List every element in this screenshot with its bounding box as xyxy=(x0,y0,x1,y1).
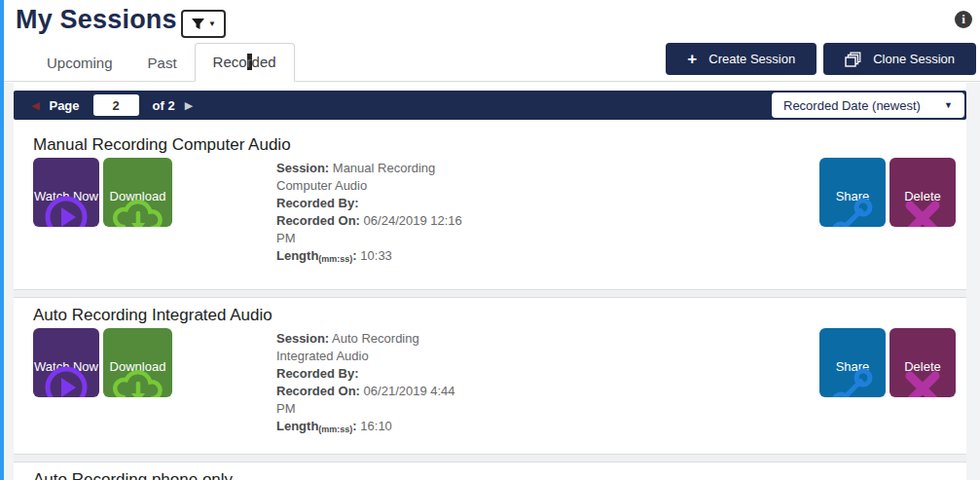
filter-button[interactable]: ▼ xyxy=(181,10,226,38)
delete-button[interactable]: Delete xyxy=(889,328,956,397)
tab-recorded-text: Reco xyxy=(213,54,247,70)
tab-upcoming[interactable]: Upcoming xyxy=(29,45,130,82)
share-icon xyxy=(830,194,875,227)
recorded-tab-panel: ◀ Page of 2 ▶ Recorded Date (newest) ▼ M… xyxy=(14,83,966,480)
session-title: Manual Recording Computer Audio xyxy=(33,135,956,155)
tab-bar: Upcoming Past Recorded xyxy=(29,43,295,82)
x-delete-icon xyxy=(902,198,943,227)
recorded-on-label: Recorded On: xyxy=(276,384,360,398)
next-page-icon[interactable]: ▶ xyxy=(185,100,193,111)
cloud-download-icon xyxy=(112,366,164,397)
clone-copy-icon xyxy=(845,52,861,67)
watch-now-button[interactable]: Watch Now xyxy=(33,328,99,397)
length-label: Length xyxy=(276,248,318,263)
share-button[interactable]: Share xyxy=(819,158,886,227)
recorded-by-label: Recorded By: xyxy=(276,366,359,381)
clone-session-label: Clone Session xyxy=(873,52,955,66)
recorded-on-label: Recorded On: xyxy=(276,213,360,228)
length-label: Length xyxy=(276,419,318,433)
tab-past[interactable]: Past xyxy=(130,45,195,82)
sort-dropdown[interactable]: Recorded Date (newest) ▼ xyxy=(772,92,964,118)
previous-page-icon[interactable]: ◀ xyxy=(31,100,39,111)
share-icon xyxy=(830,364,875,397)
filter-caret-icon: ▼ xyxy=(208,19,216,28)
download-button[interactable]: Download xyxy=(103,328,172,397)
length-value: 10:33 xyxy=(360,248,392,263)
length-colon: : xyxy=(352,248,356,263)
session-card: Manual Recording Computer Audio Watch No… xyxy=(14,120,966,289)
info-icon[interactable]: i xyxy=(955,11,972,28)
play-icon xyxy=(43,364,90,397)
share-button[interactable]: Share xyxy=(819,328,886,397)
session-title: Auto Recording phone only xyxy=(33,470,956,480)
session-label: Session: xyxy=(276,161,329,175)
session-card: Auto Recording Integrated Audio Watch No… xyxy=(14,298,966,454)
cloud-download-icon xyxy=(112,196,164,227)
play-icon xyxy=(43,194,90,227)
session-details: Session: Manual Recording Computer Audio… xyxy=(276,158,473,268)
length-unit-label: (mm:ss) xyxy=(318,425,352,434)
session-card: Auto Recording phone only Watch Now D xyxy=(14,462,966,480)
tab-recorded[interactable]: Recorded xyxy=(195,43,295,82)
delete-button[interactable]: Delete xyxy=(889,158,956,227)
recorded-by-label: Recorded By: xyxy=(276,196,359,210)
download-button[interactable]: Download xyxy=(103,158,172,227)
page-count-label: of 2 xyxy=(153,98,175,113)
page-number-input[interactable] xyxy=(93,94,139,116)
left-accent-strip xyxy=(0,0,4,480)
session-details: Session: Auto Recording Integrated Audio… xyxy=(276,328,473,438)
x-delete-icon xyxy=(902,368,943,397)
create-session-label: Create Session xyxy=(708,52,795,66)
filter-funnel-icon xyxy=(191,18,205,31)
tab-recorded-text: ded xyxy=(252,54,276,70)
session-title: Auto Recording Integrated Audio xyxy=(33,306,956,325)
pager: ◀ Page of 2 ▶ xyxy=(14,94,193,116)
length-value: 16:10 xyxy=(360,419,392,433)
card-separator xyxy=(14,289,966,298)
length-colon: : xyxy=(352,419,356,433)
plus-icon: + xyxy=(687,51,697,67)
create-session-button[interactable]: + Create Session xyxy=(666,43,817,75)
pagination-toolbar: ◀ Page of 2 ▶ Recorded Date (newest) ▼ xyxy=(14,91,966,120)
length-unit-label: (mm:ss) xyxy=(318,254,352,264)
card-separator xyxy=(14,454,966,462)
session-label: Session: xyxy=(276,331,329,346)
header: My Sessions ▼ i Upcoming Past Recorded +… xyxy=(4,0,980,82)
chevron-down-icon: ▼ xyxy=(944,100,953,110)
session-list: Manual Recording Computer Audio Watch No… xyxy=(14,120,966,480)
sort-dropdown-value: Recorded Date (newest) xyxy=(783,98,921,113)
watch-now-button[interactable]: Watch Now xyxy=(33,158,99,227)
page-label: Page xyxy=(49,98,79,113)
header-actions: + Create Session Clone Session xyxy=(666,43,976,75)
page-title: My Sessions xyxy=(16,5,177,35)
clone-session-button[interactable]: Clone Session xyxy=(823,43,976,75)
